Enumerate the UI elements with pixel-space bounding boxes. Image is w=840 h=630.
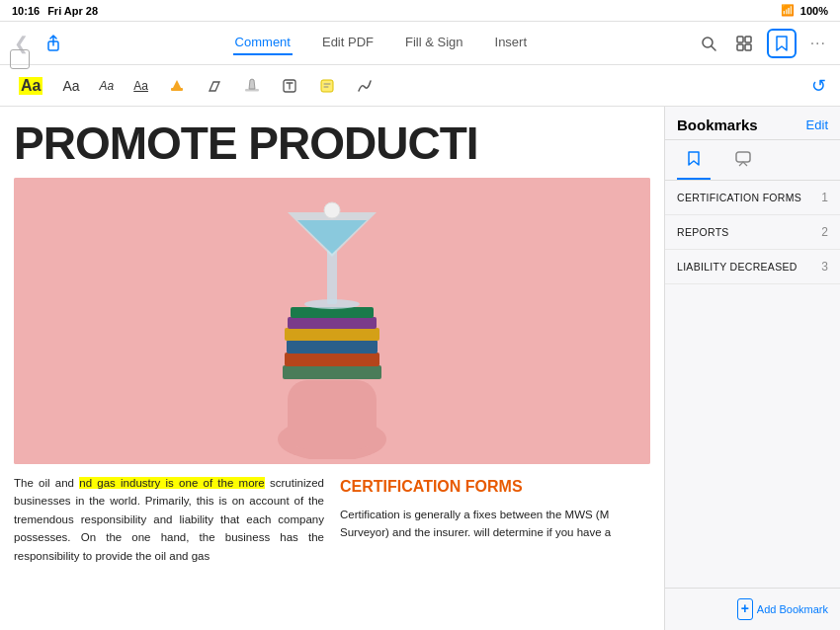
toolbar-right: ··· [696,29,830,58]
col-right-heading: CERTIFICATION FORMS [340,474,650,500]
tab-insert[interactable]: Insert [493,31,530,55]
svg-rect-19 [327,250,337,304]
wifi-icon: 📶 [781,4,795,17]
bookmarks-header: Bookmarks Edit [665,107,840,140]
bookmarks-title: Bookmarks [677,117,758,133]
ann-btn-highlight-aa1[interactable]: Aa [14,74,47,98]
bookmark-item-text-0: CERTIFICATION FORMS [677,192,801,203]
ann-btn-pen[interactable] [163,74,191,98]
undo-button[interactable]: ↺ [811,75,826,97]
svg-rect-3 [737,37,743,42]
ann-btn-aa3[interactable]: Aa [95,76,120,96]
bookmark-item-1[interactable]: REPORTS 2 [665,215,840,250]
status-bar-left: 10:16 Fri Apr 28 [12,5,98,17]
ann-btn-eraser[interactable] [201,74,228,98]
pdf-page: PROMOTE PRODUCTI [0,107,664,630]
toolbar-center: Comment Edit PDF Fill & Sign Insert [72,31,690,55]
annotation-toolbar: Aa Aa Aa Aa [0,65,840,107]
svg-rect-10 [321,80,333,92]
svg-rect-17 [288,317,377,329]
bookmarks-panel: Bookmarks Edit CERTIFICATION FORMS 1 [664,107,840,630]
add-bookmark-button[interactable]: Add Bookmark [737,598,828,620]
svg-rect-5 [737,44,743,50]
ann-btn-text[interactable] [276,74,303,98]
ann-label-aa4: Aa [133,79,148,93]
bookmark-item-2[interactable]: LIABILITY DECREASED 3 [665,250,840,284]
bookmarks-button[interactable] [767,29,797,58]
bookmark-item-0[interactable]: CERTIFICATION FORMS 1 [665,181,840,215]
status-bar-right: 📶 100% [781,4,828,17]
tab-edit-pdf[interactable]: Edit PDF [320,31,376,55]
document-col-right: CERTIFICATION FORMS Certification is gen… [340,474,650,565]
svg-rect-16 [285,328,379,341]
tab-fill-sign[interactable]: Fill & Sign [403,31,465,55]
main-toolbar: ❮ Comment Edit PDF Fill & Sign Insert [0,22,840,65]
svg-rect-15 [287,340,378,354]
ann-label-aa1: Aa [19,77,42,95]
ann-btn-freehand[interactable] [351,74,378,98]
add-bookmark-footer: Add Bookmark [665,588,840,630]
status-bar: 10:16 Fri Apr 28 📶 100% [0,0,840,22]
ann-btn-sticky-note[interactable] [313,74,341,98]
svg-rect-4 [745,37,751,42]
highlighted-text: nd gas industry is one of the more [79,477,265,489]
ann-btn-pen2[interactable] [238,74,266,98]
bookmark-list: CERTIFICATION FORMS 1 REPORTS 2 LIABILIT… [665,181,840,588]
col-right-text: Certification is generally a fixes betwe… [340,506,650,542]
bookmark-item-num-0: 1 [821,191,828,204]
more-button[interactable]: ··· [806,31,830,56]
battery-icon: 100% [800,5,828,17]
svg-rect-22 [736,152,750,162]
svg-rect-6 [745,44,751,50]
tab-bookmarks[interactable] [677,146,711,180]
date: Fri Apr 28 [47,5,98,17]
edit-button[interactable]: Edit [806,118,828,132]
ann-btn-aa4[interactable]: Aa [128,76,153,96]
grid-button[interactable] [731,31,757,56]
bookmark-item-num-2: 3 [821,260,828,274]
ann-btn-aa2[interactable]: Aa [57,75,84,97]
bookmarks-tabs [665,140,840,181]
bookmark-item-text-1: REPORTS [677,226,729,238]
svg-line-2 [712,46,715,50]
bookmark-item-num-1: 2 [821,225,828,239]
share-button[interactable] [41,31,66,56]
svg-point-20 [304,299,360,309]
pdf-area: PROMOTE PRODUCTI [0,107,664,630]
tab-comments[interactable] [726,146,760,180]
document-image [14,178,650,464]
ann-label-aa3: Aa [100,79,115,93]
svg-rect-14 [285,353,379,366]
select-frame-icon [10,49,30,69]
tab-comment[interactable]: Comment [233,31,293,55]
svg-rect-7 [171,88,183,91]
main-content: PROMOTE PRODUCTI [0,107,840,630]
svg-rect-13 [283,365,381,379]
cocktail-illustration [223,183,441,459]
time: 10:16 [12,5,40,17]
svg-rect-12 [288,380,377,449]
document-col-left: The oil and nd gas industry is one of th… [14,474,324,565]
ann-label-aa2: Aa [62,78,79,94]
svg-point-21 [324,202,340,218]
three-dots-icon: ··· [810,35,826,52]
document-title: PROMOTE PRODUCTI [0,107,664,178]
search-button[interactable] [696,31,721,56]
document-text-area: The oil and nd gas industry is one of th… [0,464,664,565]
bookmark-item-text-2: LIABILITY DECREASED [677,261,798,273]
